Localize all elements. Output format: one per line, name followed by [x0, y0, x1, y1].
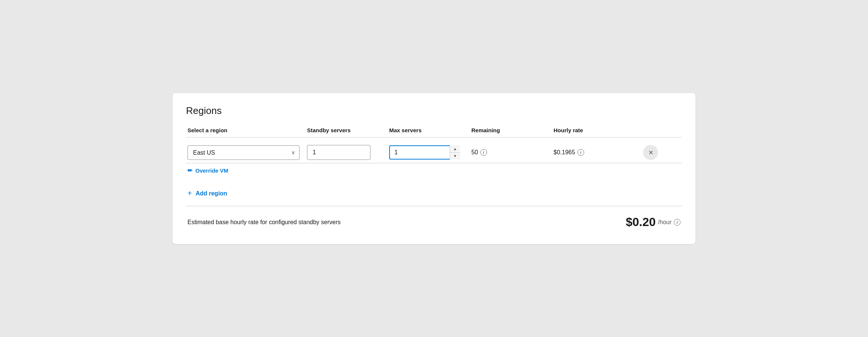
remaining-cell: 50 i	[470, 149, 552, 156]
spinner-buttons: ▲ ▼	[450, 145, 460, 160]
standby-cell	[306, 145, 388, 160]
header-actions	[642, 127, 664, 133]
card-title: Regions	[186, 105, 682, 117]
max-cell: ▲ ▼	[388, 145, 470, 160]
hourly-info-icon[interactable]: i	[577, 149, 584, 156]
footer-rate-unit: /hour	[658, 219, 672, 226]
footer-label: Estimated base hourly rate for configure…	[187, 219, 341, 226]
footer-row: Estimated base hourly rate for configure…	[186, 206, 682, 232]
override-vm-label: Override VM	[195, 167, 228, 174]
header-hourly: Hourly rate	[552, 127, 642, 133]
footer-rate: $0.20 /hour i	[626, 215, 681, 229]
remove-region-button[interactable]: ✕	[643, 145, 658, 160]
regions-card: Regions Select a region Standby servers …	[173, 93, 695, 244]
header-remaining: Remaining	[470, 127, 552, 133]
remaining-value: 50	[471, 149, 478, 156]
add-region-row[interactable]: + Add region	[186, 181, 682, 206]
region-select-wrapper: East US West US North Europe Southeast A…	[187, 145, 300, 160]
header-region: Select a region	[186, 127, 306, 133]
add-region-label: Add region	[196, 190, 227, 197]
override-vm-row[interactable]: ✏ Override VM	[186, 163, 682, 181]
remaining-info-icon[interactable]: i	[480, 149, 487, 156]
add-icon: +	[187, 189, 192, 198]
max-spinner-wrapper: ▲ ▼	[389, 145, 460, 160]
header-standby: Standby servers	[306, 127, 388, 133]
table-header: Select a region Standby servers Max serv…	[186, 127, 682, 137]
spinner-down-button[interactable]: ▼	[450, 153, 460, 160]
close-icon: ✕	[648, 149, 653, 156]
spinner-up-button[interactable]: ▲	[450, 145, 460, 153]
table-row: East US West US North Europe Southeast A…	[186, 137, 682, 163]
spinner-down-icon: ▼	[453, 154, 457, 158]
footer-rate-amount: $0.20	[626, 215, 655, 229]
region-cell: East US West US North Europe Southeast A…	[186, 145, 306, 160]
spinner-up-icon: ▲	[453, 147, 457, 151]
region-select[interactable]: East US West US North Europe Southeast A…	[187, 145, 300, 160]
footer-info-icon[interactable]: i	[674, 219, 681, 226]
pencil-icon: ✏	[187, 167, 192, 174]
standby-input[interactable]	[307, 145, 371, 160]
hourly-rate-value: $0.1965	[554, 149, 575, 156]
hourly-cell: $0.1965 i	[552, 149, 642, 156]
header-max: Max servers	[388, 127, 470, 133]
close-cell: ✕	[642, 145, 664, 160]
